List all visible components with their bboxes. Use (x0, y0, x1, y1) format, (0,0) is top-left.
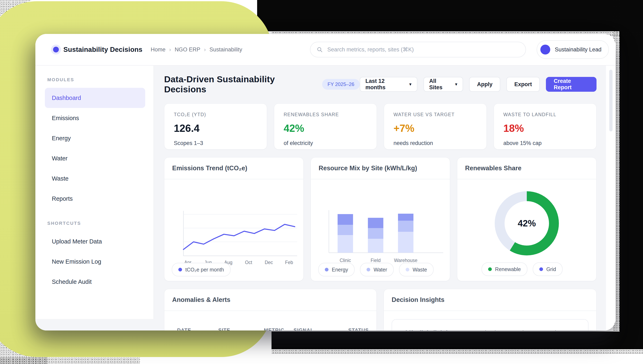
legend-pill-renewable[interactable]: Renewable (482, 262, 528, 276)
sidebar-section-label: MODULES (47, 77, 145, 82)
table-column-metric: METRIC (264, 328, 294, 330)
kpi-label: WASTE TO LANDFILL (503, 112, 587, 118)
create-report-button[interactable]: Create Report (546, 77, 596, 92)
kpi-label: RENEWABLES SHARE (284, 112, 367, 118)
sidebar-item-reports[interactable]: Reports (45, 188, 145, 209)
card-title: Anomalies & Alerts (172, 296, 230, 303)
backdrop-noise-right (620, 0, 643, 340)
chart-legend: tCO₂e per month (172, 263, 230, 276)
table-column-signal: SIGNAL (294, 328, 348, 330)
kpi-value: 42% (284, 122, 367, 134)
chevron-down-icon: ▾ (409, 82, 412, 87)
backdrop-noise-bottom (272, 332, 643, 349)
bottom-row: Anomalies & Alerts DATESITEMETRICSIGNALS… (164, 289, 596, 330)
legend-dot-icon (488, 267, 492, 271)
export-button[interactable]: Export (506, 77, 540, 92)
period-select-value: Last 12 months (366, 78, 404, 91)
charts-row: Emissions Trend (tCO₂e) AprJunAugOctDecF… (164, 157, 596, 281)
sidebar-item-energy[interactable]: Energy (45, 128, 145, 148)
svg-text:Feb: Feb (285, 260, 293, 265)
svg-text:Clinic: Clinic (340, 258, 351, 263)
legend-dot-icon (325, 268, 328, 272)
sidebar-item-schedule-audit[interactable]: Schedule Audit (45, 272, 145, 292)
grain-edge (0, 358, 140, 364)
brand-logo-dot-icon (53, 47, 59, 52)
card-title: Decision Insights (392, 296, 444, 303)
desktop-backdrop: Sustainability Decisions Home›NGO ERP›Su… (0, 0, 643, 364)
breadcrumb-item[interactable]: NGO ERP (175, 46, 200, 53)
brand-name: Sustainability Decisions (63, 46, 142, 54)
apply-button[interactable]: Apply (469, 77, 500, 92)
legend-pill-grid[interactable]: Grid (533, 262, 562, 276)
renewables-donut-chart: 42% RenewableGrid (457, 179, 596, 281)
sidebar: MODULESDashboardEmissionsEnergyWaterWast… (36, 66, 154, 319)
sidebar-item-new-emission-log[interactable]: New Emission Log (45, 252, 145, 272)
insight-highlight: Shift clinic lighting to (402, 330, 462, 330)
sites-select[interactable]: All Sites ▾ (424, 77, 463, 92)
card-title: Resource Mix by Site (kWh/L/kg) (318, 164, 417, 172)
sidebar-item-emissions[interactable]: Emissions (45, 108, 145, 128)
legend-dot-icon (406, 268, 409, 272)
resource-mix-card: Resource Mix by Site (kWh/L/kg) ClinicFi… (310, 157, 450, 281)
breadcrumb-separator: › (204, 46, 206, 53)
sidebar-section-label: SHORTCUTS (47, 221, 145, 226)
kpi-sub: needs reduction (394, 140, 477, 146)
sidebar-item-dashboard[interactable]: Dashboard (45, 88, 145, 108)
legend-dot-icon (366, 268, 370, 272)
legend-pill-water[interactable]: Water (360, 263, 394, 276)
card-header: Renewables Share (457, 158, 596, 179)
breadcrumb-item[interactable]: Sustainability (210, 46, 242, 53)
svg-text:Field: Field (371, 258, 381, 263)
legend-pill-tco-e-per-month[interactable]: tCO₂e per month (172, 263, 230, 276)
card-header: Anomalies & Alerts (164, 289, 376, 311)
sidebar-item-waste[interactable]: Waste (45, 168, 145, 188)
legend-label: Energy (332, 267, 348, 273)
legend-label: Grid (546, 266, 556, 272)
fiscal-year-badge: FY 2025–26 (322, 79, 360, 90)
breadcrumb: Home›NGO ERP›Sustainability (150, 46, 242, 53)
sites-select-value: All Sites (429, 78, 450, 91)
kpi-sub: Scopes 1–3 (174, 140, 257, 146)
grain-edge (272, 348, 643, 354)
breadcrumb-separator: › (169, 46, 171, 53)
table-column-date: DATE (177, 328, 218, 330)
kpi-card: WATER USE VS TARGET+7%needs reduction (384, 104, 487, 150)
legend-label: Water (374, 267, 387, 273)
kpi-card: WASTE TO LANDFILL18%above 15% cap (494, 104, 596, 150)
user-role-label: Sustainability Lead (555, 46, 602, 53)
card-title: Emissions Trend (tCO₂e) (172, 164, 247, 172)
legend-pill-energy[interactable]: Energy (318, 263, 354, 276)
scrollbar-thumb[interactable] (609, 70, 612, 132)
user-menu[interactable]: Sustainability Lead (537, 40, 609, 59)
period-select[interactable]: Last 12 months ▾ (360, 77, 417, 92)
legend-pill-waste[interactable]: Waste (399, 263, 434, 276)
emissions-trend-card: Emissions Trend (tCO₂e) AprJunAugOctDecF… (164, 157, 304, 281)
search-box[interactable] (310, 42, 526, 58)
kpi-sub: above 15% cap (503, 140, 587, 146)
sidebar-item-water[interactable]: Water (45, 148, 145, 168)
scrollbar-track[interactable] (606, 66, 616, 330)
kpi-value: +7% (394, 122, 477, 134)
resource-mix-bar-chart: ClinicFieldWarehouse EnergyWaterWaste (311, 179, 450, 281)
top-header: Sustainability Decisions Home›NGO ERP›Su… (36, 34, 616, 66)
search-input[interactable] (327, 46, 520, 53)
kpi-label: WATER USE VS TARGET (394, 112, 477, 118)
svg-text:Warehouse: Warehouse (394, 258, 417, 263)
card-title: Renewables Share (465, 164, 522, 172)
kpi-value: 126.4 (174, 122, 257, 134)
table-column-site: SITE (218, 328, 264, 330)
sidebar-item-upload-meter-data[interactable]: Upload Meter Data (45, 231, 145, 252)
kpi-sub: of electricity (284, 140, 367, 146)
legend-label: Renewable (495, 266, 521, 272)
renewables-share-card: Renewables Share 42% RenewableGrid (457, 157, 596, 281)
chevron-down-icon: ▾ (455, 82, 457, 87)
card-header: Decision Insights (384, 289, 596, 311)
chart-legend: RenewableGrid (457, 262, 587, 276)
backdrop-noise-top (257, 0, 643, 31)
kpi-card: TCO₂E (YTD)126.4Scopes 1–3 (164, 104, 267, 150)
app-window: Sustainability Decisions Home›NGO ERP›Su… (36, 34, 616, 330)
kpi-value: 18% (503, 122, 587, 134)
breadcrumb-item[interactable]: Home (150, 46, 166, 53)
kpi-label: TCO₂E (YTD) (174, 112, 257, 118)
kpi-row: TCO₂E (YTD)126.4Scopes 1–3RENEWABLES SHA… (164, 104, 596, 150)
